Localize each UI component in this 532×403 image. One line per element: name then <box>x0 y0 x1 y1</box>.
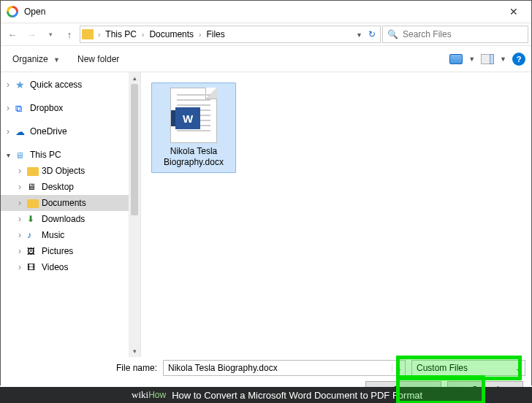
folder-icon <box>82 29 94 39</box>
titlebar: Open ✕ <box>1 1 531 23</box>
close-button[interactable]: ✕ <box>498 1 530 23</box>
chevron-down-icon: ▼ <box>50 56 63 64</box>
search-box[interactable]: 🔍 <box>382 26 528 43</box>
videos-icon <box>27 262 39 272</box>
cloud-icon <box>15 126 27 137</box>
nav-tree: Quick access Dropbox OneDrive This PC 3D… <box>1 72 141 357</box>
wikihow-logo: wikiHow <box>132 389 166 401</box>
caption-bar: wikiHow How to Convert a Microsoft Word … <box>0 387 532 403</box>
file-item[interactable]: W Nikola Tesla Biography.docx <box>151 82 236 173</box>
filename-input[interactable] <box>164 363 392 373</box>
folder-icon <box>27 167 39 176</box>
file-name-label: Nikola Tesla Biography.docx <box>156 146 231 168</box>
new-folder-button[interactable]: New folder <box>72 51 125 67</box>
chevron-down-icon[interactable]: ⌄ <box>392 364 405 372</box>
chevron-right-icon: › <box>142 31 144 39</box>
organize-button[interactable]: Organize ▼ <box>7 51 69 67</box>
back-button[interactable]: ← <box>4 26 21 43</box>
tree-videos[interactable]: Videos <box>1 259 129 275</box>
filter-label: Custom Files <box>412 363 512 373</box>
star-icon <box>15 80 27 90</box>
pc-icon <box>15 150 27 160</box>
search-icon: 🔍 <box>383 29 403 39</box>
tree-downloads[interactable]: Downloads <box>1 211 129 227</box>
toolbar: Organize ▼ New folder ▼ ▼ ? <box>1 46 531 72</box>
filename-label: File name: <box>116 363 157 373</box>
open-dialog: Open ✕ ← → ▾ ↑ › This PC › Documents › F… <box>0 0 532 385</box>
breadcrumb[interactable]: › This PC › Documents › Files ▾ ↻ <box>80 26 381 43</box>
chevron-down-icon[interactable]: ⌄ <box>512 364 525 372</box>
file-list[interactable]: W Nikola Tesla Biography.docx <box>141 72 531 357</box>
tree-desktop[interactable]: Desktop <box>1 179 129 195</box>
dropbox-icon <box>15 103 27 113</box>
help-icon[interactable]: ? <box>512 53 525 66</box>
music-icon <box>27 230 39 240</box>
tree-onedrive[interactable]: OneDrive <box>1 123 129 139</box>
chevron-down-icon[interactable]: ▼ <box>497 55 509 63</box>
tree-scrollbar[interactable]: ▴ ▾ <box>129 72 140 357</box>
main-area: Quick access Dropbox OneDrive This PC 3D… <box>1 72 531 357</box>
chevron-right-icon: › <box>98 31 100 39</box>
up-button[interactable]: ↑ <box>61 26 78 43</box>
tree-documents[interactable]: Documents <box>1 195 129 211</box>
crumb-files[interactable]: Files <box>204 29 227 39</box>
scroll-up-icon[interactable]: ▴ <box>129 72 140 84</box>
download-icon <box>27 214 39 224</box>
forward-button[interactable]: → <box>23 26 40 43</box>
scroll-thumb[interactable] <box>131 84 138 215</box>
refresh-icon[interactable]: ↻ <box>365 29 379 39</box>
filetype-filter[interactable]: Custom Files ⌄ <box>411 360 525 376</box>
search-input[interactable] <box>403 29 528 39</box>
view-icon[interactable] <box>449 54 463 64</box>
tree-this-pc[interactable]: This PC <box>1 147 129 163</box>
chevron-down-icon[interactable]: ▾ <box>357 31 362 39</box>
preview-pane-icon[interactable] <box>481 54 494 64</box>
crumb-root[interactable]: This PC <box>103 29 139 39</box>
tree-pictures[interactable]: Pictures <box>1 243 129 259</box>
nav-row: ← → ▾ ↑ › This PC › Documents › Files ▾ … <box>1 23 531 46</box>
filename-combo[interactable]: ⌄ <box>163 360 406 376</box>
tree-music[interactable]: Music <box>1 227 129 243</box>
scroll-down-icon[interactable]: ▾ <box>129 345 140 357</box>
chevron-right-icon: › <box>199 31 201 39</box>
desktop-icon <box>27 182 39 192</box>
tree-dropbox[interactable]: Dropbox <box>1 100 129 116</box>
word-doc-icon: W <box>170 88 217 143</box>
chrome-icon <box>7 6 18 18</box>
caption-text: How to Convert a Microsoft Word Document… <box>172 390 422 401</box>
pictures-icon <box>27 246 39 256</box>
window-title: Open <box>24 7 498 17</box>
tree-3d-objects[interactable]: 3D Objects <box>1 163 129 179</box>
crumb-documents[interactable]: Documents <box>147 29 196 39</box>
folder-icon <box>27 199 39 208</box>
tree-quick-access[interactable]: Quick access <box>1 77 129 93</box>
recent-dropdown[interactable]: ▾ <box>42 26 59 43</box>
chevron-down-icon[interactable]: ▼ <box>466 55 478 63</box>
